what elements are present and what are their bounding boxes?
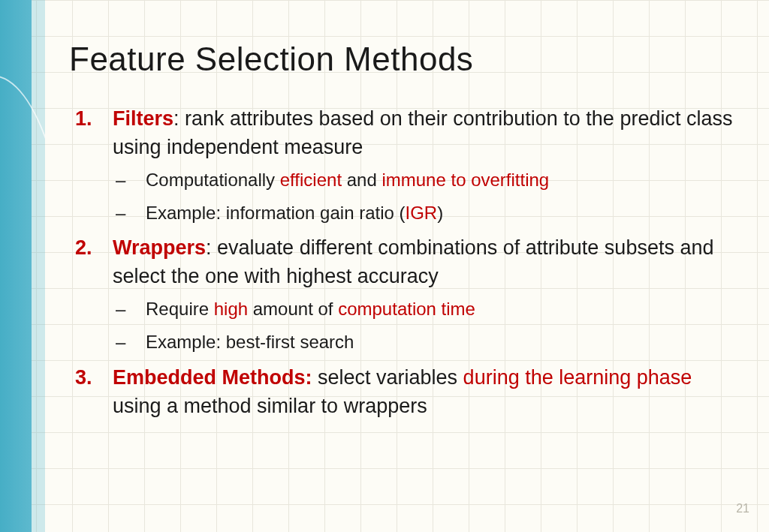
main-item-2: Wrappers: evaluate different combination… — [69, 234, 739, 354]
sub-item: Example: best-first search — [113, 330, 739, 354]
slide-number: 21 — [736, 502, 749, 515]
item-text: : rank attributes based on their contrib… — [113, 107, 732, 158]
sub-text: Example: best-first search — [146, 332, 354, 352]
highlight-text: efficient — [280, 170, 342, 190]
sub-item: Computationally efficient and immune to … — [113, 168, 739, 192]
main-item-1: Filters: rank attributes based on their … — [69, 105, 739, 225]
sub-text: Require — [146, 299, 214, 319]
sub-text: ) — [437, 203, 443, 223]
sub-text: and — [342, 170, 381, 190]
sub-text: Computationally — [146, 170, 280, 190]
highlight-text: high — [214, 299, 248, 319]
sub-item: Require high amount of computation time — [113, 297, 739, 321]
highlight-text: IGR — [406, 203, 438, 223]
slide-content: Feature Selection Methods Filters: rank … — [0, 0, 769, 455]
sub-text: amount of — [248, 299, 338, 319]
item-text: select variables — [318, 366, 463, 389]
highlight-text: immune to overfitting — [381, 170, 549, 190]
sub-item: Example: information gain ratio (IGR) — [113, 201, 739, 225]
main-list: Filters: rank attributes based on their … — [69, 105, 739, 420]
highlight-text: during the learning phase — [463, 366, 692, 389]
item-label: Filters — [113, 107, 173, 130]
sub-list: Require high amount of computation timeE… — [113, 297, 739, 355]
item-label: Embedded Methods: — [113, 366, 318, 389]
item-label: Wrappers — [113, 236, 206, 259]
sub-list: Computationally efficient and immune to … — [113, 168, 739, 226]
main-item-3: Embedded Methods: select variables durin… — [69, 364, 739, 421]
item-text: using a method similar to wrappers — [113, 395, 427, 417]
slide-title: Feature Selection Methods — [69, 41, 739, 78]
sub-text: Example: information gain ratio ( — [146, 203, 406, 223]
highlight-text: computation time — [338, 299, 475, 319]
